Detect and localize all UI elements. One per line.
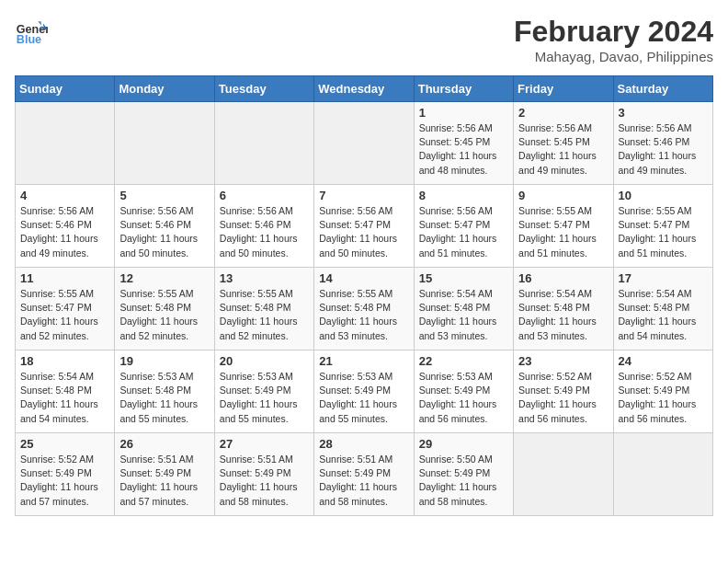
day-number: 5 (119, 189, 209, 202)
day-number: 7 (319, 189, 408, 202)
day-number: 11 (20, 271, 109, 285)
calendar-cell: 21Sunrise: 5:53 AM Sunset: 5:49 PM Dayli… (314, 350, 414, 433)
week-row-4: 18Sunrise: 5:54 AM Sunset: 5:48 PM Dayli… (16, 350, 713, 433)
calendar-cell: 29Sunrise: 5:50 AM Sunset: 5:49 PM Dayli… (414, 433, 513, 516)
day-number: 1 (419, 106, 508, 120)
day-number: 14 (319, 271, 408, 285)
day-number: 20 (220, 354, 309, 368)
calendar-cell: 27Sunrise: 5:51 AM Sunset: 5:49 PM Dayli… (214, 433, 313, 516)
day-info: Sunrise: 5:53 AM Sunset: 5:48 PM Dayligh… (119, 370, 209, 426)
day-info: Sunrise: 5:56 AM Sunset: 5:46 PM Dayligh… (20, 204, 109, 260)
day-info: Sunrise: 5:50 AM Sunset: 5:49 PM Dayligh… (419, 453, 508, 509)
calendar-cell: 26Sunrise: 5:51 AM Sunset: 5:49 PM Dayli… (115, 433, 214, 516)
day-number: 8 (419, 189, 508, 202)
calendar-title: February 2024 (514, 15, 713, 49)
calendar-cell: 19Sunrise: 5:53 AM Sunset: 5:48 PM Dayli… (115, 350, 214, 433)
calendar-cell: 14Sunrise: 5:55 AM Sunset: 5:48 PM Dayli… (314, 268, 414, 350)
day-number: 22 (419, 354, 508, 368)
day-info: Sunrise: 5:55 AM Sunset: 5:47 PM Dayligh… (619, 204, 708, 260)
day-info: Sunrise: 5:51 AM Sunset: 5:49 PM Dayligh… (119, 453, 209, 509)
calendar-cell: 3Sunrise: 5:56 AM Sunset: 5:46 PM Daylig… (613, 102, 712, 185)
day-info: Sunrise: 5:53 AM Sunset: 5:49 PM Dayligh… (319, 370, 408, 426)
calendar-cell: 20Sunrise: 5:53 AM Sunset: 5:49 PM Dayli… (214, 350, 313, 433)
calendar-table: SundayMondayTuesdayWednesdayThursdayFrid… (15, 75, 713, 516)
calendar-cell: 6Sunrise: 5:56 AM Sunset: 5:46 PM Daylig… (214, 185, 313, 268)
calendar-cell: 16Sunrise: 5:54 AM Sunset: 5:48 PM Dayli… (514, 268, 613, 350)
weekday-header-row: SundayMondayTuesdayWednesdayThursdayFrid… (16, 76, 713, 102)
calendar-cell: 15Sunrise: 5:54 AM Sunset: 5:48 PM Dayli… (414, 268, 513, 350)
day-number: 17 (619, 271, 708, 285)
day-info: Sunrise: 5:51 AM Sunset: 5:49 PM Dayligh… (220, 453, 309, 509)
day-info: Sunrise: 5:55 AM Sunset: 5:48 PM Dayligh… (119, 287, 209, 343)
day-info: Sunrise: 5:56 AM Sunset: 5:45 PM Dayligh… (419, 121, 508, 178)
day-info: Sunrise: 5:56 AM Sunset: 5:46 PM Dayligh… (619, 121, 708, 178)
calendar-cell: 9Sunrise: 5:55 AM Sunset: 5:47 PM Daylig… (514, 185, 613, 268)
calendar-cell (613, 433, 712, 516)
day-number: 21 (319, 354, 408, 368)
logo: General Blue (15, 15, 48, 48)
calendar-cell: 25Sunrise: 5:52 AM Sunset: 5:49 PM Dayli… (16, 433, 115, 516)
day-number: 3 (619, 106, 708, 120)
calendar-cell (514, 433, 613, 516)
day-info: Sunrise: 5:56 AM Sunset: 5:46 PM Dayligh… (119, 204, 209, 260)
calendar-cell: 1Sunrise: 5:56 AM Sunset: 5:45 PM Daylig… (414, 102, 513, 185)
day-info: Sunrise: 5:52 AM Sunset: 5:49 PM Dayligh… (518, 370, 608, 426)
day-number: 13 (220, 271, 309, 285)
day-info: Sunrise: 5:56 AM Sunset: 5:45 PM Dayligh… (518, 121, 608, 178)
calendar-cell: 12Sunrise: 5:55 AM Sunset: 5:48 PM Dayli… (115, 268, 214, 350)
day-number: 23 (518, 354, 608, 368)
day-number: 18 (20, 354, 109, 368)
day-info: Sunrise: 5:55 AM Sunset: 5:47 PM Dayligh… (20, 287, 109, 343)
calendar-cell: 5Sunrise: 5:56 AM Sunset: 5:46 PM Daylig… (115, 185, 214, 268)
day-number: 24 (619, 354, 708, 368)
calendar-cell: 11Sunrise: 5:55 AM Sunset: 5:47 PM Dayli… (16, 268, 115, 350)
weekday-header-saturday: Saturday (613, 76, 712, 102)
calendar-cell: 2Sunrise: 5:56 AM Sunset: 5:45 PM Daylig… (514, 102, 613, 185)
week-row-5: 25Sunrise: 5:52 AM Sunset: 5:49 PM Dayli… (16, 433, 713, 516)
day-number: 2 (518, 106, 608, 120)
calendar-cell: 10Sunrise: 5:55 AM Sunset: 5:47 PM Dayli… (613, 185, 712, 268)
day-number: 25 (20, 437, 109, 451)
calendar-cell: 18Sunrise: 5:54 AM Sunset: 5:48 PM Dayli… (16, 350, 115, 433)
day-info: Sunrise: 5:53 AM Sunset: 5:49 PM Dayligh… (220, 370, 309, 426)
svg-text:Blue: Blue (17, 33, 41, 46)
day-info: Sunrise: 5:54 AM Sunset: 5:48 PM Dayligh… (419, 287, 508, 343)
day-info: Sunrise: 5:55 AM Sunset: 5:48 PM Dayligh… (220, 287, 309, 343)
day-number: 19 (119, 354, 209, 368)
calendar-subtitle: Mahayag, Davao, Philippines (514, 49, 713, 64)
calendar-cell: 23Sunrise: 5:52 AM Sunset: 5:49 PM Dayli… (514, 350, 613, 433)
calendar-cell: 28Sunrise: 5:51 AM Sunset: 5:49 PM Dayli… (314, 433, 414, 516)
calendar-cell: 7Sunrise: 5:56 AM Sunset: 5:47 PM Daylig… (314, 185, 414, 268)
day-number: 15 (419, 271, 508, 285)
weekday-header-wednesday: Wednesday (314, 76, 414, 102)
calendar-cell: 22Sunrise: 5:53 AM Sunset: 5:49 PM Dayli… (414, 350, 513, 433)
day-info: Sunrise: 5:52 AM Sunset: 5:49 PM Dayligh… (20, 453, 109, 509)
day-info: Sunrise: 5:51 AM Sunset: 5:49 PM Dayligh… (319, 453, 408, 509)
day-number: 4 (20, 189, 109, 202)
day-info: Sunrise: 5:54 AM Sunset: 5:48 PM Dayligh… (20, 370, 109, 426)
day-number: 26 (119, 437, 209, 451)
calendar-cell: 13Sunrise: 5:55 AM Sunset: 5:48 PM Dayli… (214, 268, 313, 350)
week-row-3: 11Sunrise: 5:55 AM Sunset: 5:47 PM Dayli… (16, 268, 713, 350)
day-number: 10 (619, 189, 708, 202)
day-number: 12 (119, 271, 209, 285)
day-number: 29 (419, 437, 508, 451)
calendar-cell (314, 102, 414, 185)
day-number: 27 (220, 437, 309, 451)
day-info: Sunrise: 5:54 AM Sunset: 5:48 PM Dayligh… (518, 287, 608, 343)
week-row-1: 1Sunrise: 5:56 AM Sunset: 5:45 PM Daylig… (16, 102, 713, 185)
day-number: 16 (518, 271, 608, 285)
day-info: Sunrise: 5:53 AM Sunset: 5:49 PM Dayligh… (419, 370, 508, 426)
day-info: Sunrise: 5:56 AM Sunset: 5:47 PM Dayligh… (419, 204, 508, 260)
weekday-header-monday: Monday (115, 76, 214, 102)
day-info: Sunrise: 5:52 AM Sunset: 5:49 PM Dayligh… (619, 370, 708, 426)
day-info: Sunrise: 5:55 AM Sunset: 5:48 PM Dayligh… (319, 287, 408, 343)
day-number: 6 (220, 189, 309, 202)
title-block: February 2024 Mahayag, Davao, Philippine… (514, 15, 713, 64)
weekday-header-sunday: Sunday (16, 76, 115, 102)
page-header: General Blue February 2024 Mahayag, Dava… (15, 15, 713, 64)
calendar-cell (16, 102, 115, 185)
calendar-cell (115, 102, 214, 185)
weekday-header-thursday: Thursday (414, 76, 513, 102)
calendar-cell: 17Sunrise: 5:54 AM Sunset: 5:48 PM Dayli… (613, 268, 712, 350)
